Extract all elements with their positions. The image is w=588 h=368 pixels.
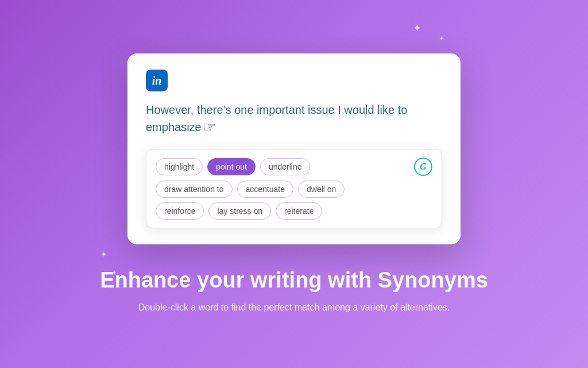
synonyms-row-1: highlight point out underline G	[156, 158, 432, 176]
cursor-icon: ☞	[203, 117, 216, 137]
card-body-text: However, there’s one important issue I w…	[146, 102, 442, 139]
linkedin-logo: in	[146, 70, 168, 91]
synonym-chip-lay-stress-on[interactable]: lay stress on	[208, 202, 271, 220]
sub-heading: Double-click a word to find the perfect …	[100, 301, 488, 315]
synonyms-row-2: draw attention to accentuate dwell on	[156, 181, 432, 198]
synonym-chip-reiterate[interactable]: reiterate	[276, 202, 322, 220]
synonym-chip-reinforce[interactable]: reinforce	[156, 202, 204, 220]
synonym-chip-dwell-on[interactable]: dwell on	[298, 181, 345, 198]
bottom-section: Enhance your writing with Synonyms Doubl…	[65, 267, 523, 315]
synonym-chip-highlight[interactable]: highlight	[156, 158, 203, 175]
star-decoration-2: ✦	[439, 34, 444, 43]
synonym-chip-underline[interactable]: underline	[260, 158, 311, 175]
synonyms-card: in However, there’s one important issue …	[127, 53, 461, 244]
synonym-chip-accentuate[interactable]: accentuate	[237, 181, 294, 198]
star-decoration-4: ✦	[100, 250, 107, 259]
synonym-chip-point-out[interactable]: point out	[207, 158, 256, 175]
star-decoration-1: ✦	[413, 22, 421, 34]
synonym-chip-draw-attention[interactable]: draw attention to	[156, 181, 233, 198]
synonyms-popup: highlight point out underline G draw att…	[146, 149, 442, 228]
main-heading: Enhance your writing with Synonyms	[100, 267, 488, 294]
synonyms-row-3: reinforce lay stress on reiterate	[156, 202, 432, 220]
grammarly-icon: G	[414, 158, 432, 176]
